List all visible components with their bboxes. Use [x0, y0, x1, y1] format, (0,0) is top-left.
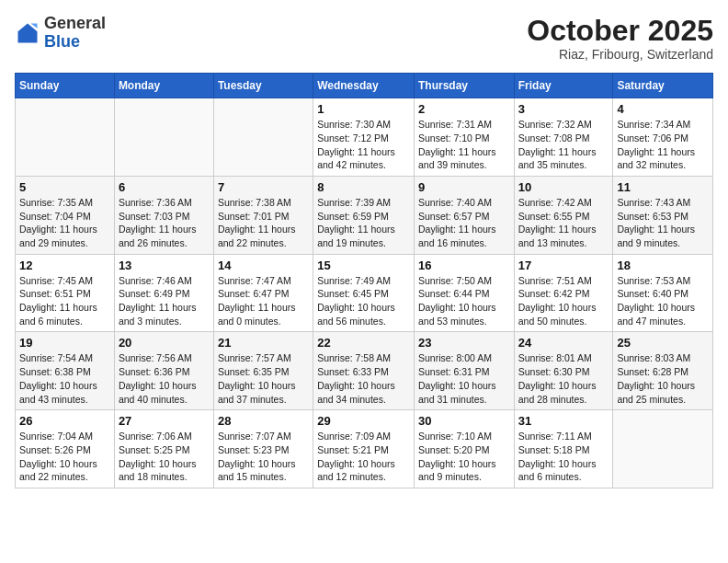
calendar-week-5: 26Sunrise: 7:04 AMSunset: 5:26 PMDayligh…: [16, 410, 713, 488]
day-number: 22: [317, 336, 410, 350]
day-info: Sunrise: 7:09 AMSunset: 5:21 PMDaylight:…: [317, 430, 410, 484]
weekday-header-saturday: Saturday: [613, 74, 713, 98]
calendar-cell: 30Sunrise: 7:10 AMSunset: 5:20 PMDayligh…: [414, 410, 514, 488]
weekday-header-sunday: Sunday: [16, 74, 115, 98]
day-info: Sunrise: 7:06 AMSunset: 5:25 PMDaylight:…: [119, 430, 210, 484]
calendar-cell: 1Sunrise: 7:30 AMSunset: 7:12 PMDaylight…: [313, 98, 415, 177]
calendar-cell: 19Sunrise: 7:54 AMSunset: 6:38 PMDayligh…: [16, 332, 115, 410]
calendar-body: 1Sunrise: 7:30 AMSunset: 7:12 PMDaylight…: [16, 98, 713, 488]
day-info: Sunrise: 7:49 AMSunset: 6:45 PMDaylight:…: [317, 274, 410, 328]
calendar-cell: [16, 98, 115, 177]
day-number: 16: [418, 259, 510, 272]
calendar-cell: 24Sunrise: 8:01 AMSunset: 6:30 PMDayligh…: [514, 332, 613, 410]
calendar-cell: [613, 410, 713, 488]
calendar-cell: [114, 98, 213, 177]
calendar-week-3: 12Sunrise: 7:45 AMSunset: 6:51 PMDayligh…: [16, 254, 713, 332]
calendar-header: SundayMondayTuesdayWednesdayThursdayFrid…: [16, 74, 713, 98]
calendar-cell: 31Sunrise: 7:11 AMSunset: 5:18 PMDayligh…: [514, 410, 613, 488]
day-number: 5: [19, 180, 110, 194]
day-number: 20: [119, 336, 210, 350]
day-number: 10: [518, 180, 609, 194]
day-number: 18: [617, 259, 709, 272]
weekday-header-friday: Friday: [514, 74, 613, 98]
day-number: 3: [518, 102, 609, 116]
weekday-header-monday: Monday: [114, 74, 213, 98]
day-number: 17: [518, 259, 609, 272]
calendar-cell: 4Sunrise: 7:34 AMSunset: 7:06 PMDaylight…: [613, 98, 713, 177]
calendar-cell: 29Sunrise: 7:09 AMSunset: 5:21 PMDayligh…: [313, 410, 415, 488]
calendar-cell: 7Sunrise: 7:38 AMSunset: 7:01 PMDaylight…: [213, 176, 313, 254]
day-info: Sunrise: 7:51 AMSunset: 6:42 PMDaylight:…: [518, 274, 609, 328]
logo-blue-text: Blue: [44, 32, 80, 51]
day-number: 28: [218, 414, 309, 428]
calendar-week-1: 1Sunrise: 7:30 AMSunset: 7:12 PMDaylight…: [16, 98, 713, 177]
day-info: Sunrise: 7:43 AMSunset: 6:53 PMDaylight:…: [617, 196, 709, 250]
calendar-cell: 26Sunrise: 7:04 AMSunset: 5:26 PMDayligh…: [16, 410, 115, 488]
logo: General Blue: [15, 15, 106, 52]
day-number: 12: [19, 259, 110, 272]
day-info: Sunrise: 7:58 AMSunset: 6:33 PMDaylight:…: [317, 351, 410, 406]
day-info: Sunrise: 7:56 AMSunset: 6:36 PMDaylight:…: [119, 351, 210, 406]
day-info: Sunrise: 8:00 AMSunset: 6:31 PMDaylight:…: [418, 351, 510, 406]
calendar-cell: 2Sunrise: 7:31 AMSunset: 7:10 PMDaylight…: [414, 98, 514, 177]
calendar-cell: 12Sunrise: 7:45 AMSunset: 6:51 PMDayligh…: [16, 254, 115, 332]
day-info: Sunrise: 8:01 AMSunset: 6:30 PMDaylight:…: [518, 351, 609, 406]
calendar-cell: 10Sunrise: 7:42 AMSunset: 6:55 PMDayligh…: [514, 176, 613, 254]
day-info: Sunrise: 7:11 AMSunset: 5:18 PMDaylight:…: [518, 430, 609, 484]
calendar-cell: 14Sunrise: 7:47 AMSunset: 6:47 PMDayligh…: [213, 254, 313, 332]
day-info: Sunrise: 7:45 AMSunset: 6:51 PMDaylight:…: [19, 274, 110, 328]
calendar-cell: 18Sunrise: 7:53 AMSunset: 6:40 PMDayligh…: [613, 254, 713, 332]
day-number: 13: [119, 259, 210, 272]
calendar-cell: [213, 98, 313, 177]
day-info: Sunrise: 7:10 AMSunset: 5:20 PMDaylight:…: [418, 430, 510, 484]
day-info: Sunrise: 7:30 AMSunset: 7:12 PMDaylight:…: [317, 118, 410, 172]
location-subtitle: Riaz, Fribourg, Switzerland: [527, 47, 713, 62]
calendar-cell: 11Sunrise: 7:43 AMSunset: 6:53 PMDayligh…: [613, 176, 713, 254]
day-number: 2: [418, 102, 510, 116]
logo-icon: [15, 20, 40, 46]
day-number: 4: [617, 102, 709, 116]
day-info: Sunrise: 7:40 AMSunset: 6:57 PMDaylight:…: [418, 196, 510, 250]
day-info: Sunrise: 7:32 AMSunset: 7:08 PMDaylight:…: [518, 118, 609, 172]
calendar-cell: 16Sunrise: 7:50 AMSunset: 6:44 PMDayligh…: [414, 254, 514, 332]
day-info: Sunrise: 7:42 AMSunset: 6:55 PMDaylight:…: [518, 196, 609, 250]
calendar-cell: 25Sunrise: 8:03 AMSunset: 6:28 PMDayligh…: [613, 332, 713, 410]
day-info: Sunrise: 7:35 AMSunset: 7:04 PMDaylight:…: [19, 196, 110, 250]
day-number: 19: [19, 336, 110, 350]
day-info: Sunrise: 7:36 AMSunset: 7:03 PMDaylight:…: [119, 196, 210, 250]
weekday-row: SundayMondayTuesdayWednesdayThursdayFrid…: [16, 74, 713, 98]
calendar-cell: 8Sunrise: 7:39 AMSunset: 6:59 PMDaylight…: [313, 176, 415, 254]
day-number: 23: [418, 336, 510, 350]
day-number: 15: [317, 259, 410, 272]
day-info: Sunrise: 7:39 AMSunset: 6:59 PMDaylight:…: [317, 196, 410, 250]
day-number: 21: [218, 336, 309, 350]
day-number: 14: [218, 259, 309, 272]
day-info: Sunrise: 7:07 AMSunset: 5:23 PMDaylight:…: [218, 430, 309, 484]
day-info: Sunrise: 7:38 AMSunset: 7:01 PMDaylight:…: [218, 196, 309, 250]
weekday-header-tuesday: Tuesday: [213, 74, 313, 98]
day-info: Sunrise: 7:31 AMSunset: 7:10 PMDaylight:…: [418, 118, 510, 172]
title-block: October 2025 Riaz, Fribourg, Switzerland: [527, 15, 713, 62]
weekday-header-thursday: Thursday: [414, 74, 514, 98]
day-number: 29: [317, 414, 410, 428]
day-info: Sunrise: 7:50 AMSunset: 6:44 PMDaylight:…: [418, 274, 510, 328]
calendar-cell: 17Sunrise: 7:51 AMSunset: 6:42 PMDayligh…: [514, 254, 613, 332]
day-info: Sunrise: 7:54 AMSunset: 6:38 PMDaylight:…: [19, 351, 110, 406]
logo-text: General Blue: [44, 15, 106, 52]
day-info: Sunrise: 7:53 AMSunset: 6:40 PMDaylight:…: [617, 274, 709, 328]
calendar-cell: 9Sunrise: 7:40 AMSunset: 6:57 PMDaylight…: [414, 176, 514, 254]
calendar-week-2: 5Sunrise: 7:35 AMSunset: 7:04 PMDaylight…: [16, 176, 713, 254]
day-number: 6: [119, 180, 210, 194]
calendar-cell: 5Sunrise: 7:35 AMSunset: 7:04 PMDaylight…: [16, 176, 115, 254]
calendar-cell: 3Sunrise: 7:32 AMSunset: 7:08 PMDaylight…: [514, 98, 613, 177]
logo-general-text: General: [44, 14, 106, 32]
day-info: Sunrise: 8:03 AMSunset: 6:28 PMDaylight:…: [617, 351, 709, 406]
day-number: 8: [317, 180, 410, 194]
day-info: Sunrise: 7:34 AMSunset: 7:06 PMDaylight:…: [617, 118, 709, 172]
calendar-cell: 21Sunrise: 7:57 AMSunset: 6:35 PMDayligh…: [213, 332, 313, 410]
month-title: October 2025: [527, 15, 713, 47]
day-number: 26: [19, 414, 110, 428]
calendar-cell: 28Sunrise: 7:07 AMSunset: 5:23 PMDayligh…: [213, 410, 313, 488]
calendar-cell: 13Sunrise: 7:46 AMSunset: 6:49 PMDayligh…: [114, 254, 213, 332]
calendar-cell: 22Sunrise: 7:58 AMSunset: 6:33 PMDayligh…: [313, 332, 415, 410]
